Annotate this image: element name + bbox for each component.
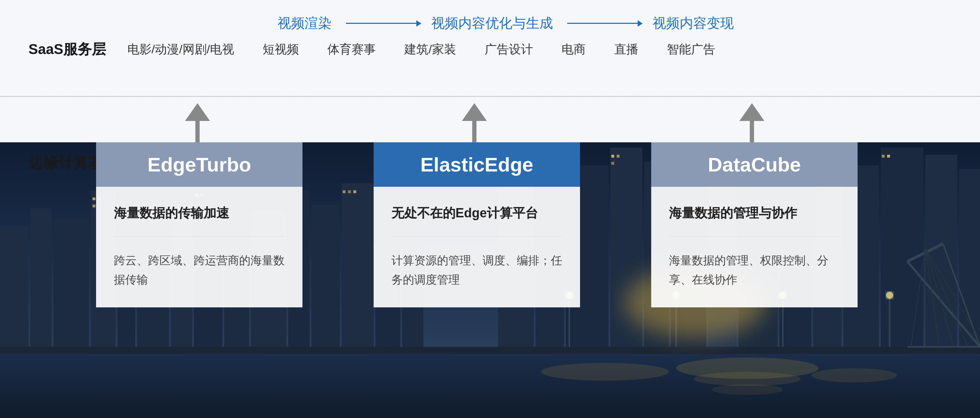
- svg-line-76: [943, 244, 980, 347]
- svg-rect-1: [0, 226, 29, 350]
- card-edgeturbo-body: 海量数据的传输加速 跨云、跨区域、跨运营商的海量数据传输: [96, 187, 302, 307]
- up-arrow-datacube-head: [740, 103, 764, 121]
- saas-layer: 视频渲染 视频内容优化与生成 视频内容变现 SaaS服务层 电影/动漫/网剧/电…: [0, 0, 980, 100]
- svg-rect-66: [0, 347, 980, 354]
- svg-rect-35: [343, 190, 345, 193]
- card-datacube: DataCube 海量数据的管理与协作 海量数据的管理、权限控制、分享、在线协作: [651, 142, 858, 307]
- card-edgeturbo: EdgeTurbo 海量数据的传输加速 跨云、跨区域、跨运营商的海量数据传输: [96, 142, 302, 307]
- svg-rect-3: [53, 219, 89, 350]
- svg-rect-2: [30, 208, 52, 350]
- svg-rect-28: [925, 155, 957, 350]
- card-datacube-subtitle: 海量数据的管理与协作: [669, 205, 840, 222]
- edge-layer: 边缘计算基础设施层 EdgeTurbo 海量数据的传输加速 跨云、跨区域、跨运营…: [0, 96, 980, 418]
- svg-rect-29: [959, 169, 980, 350]
- svg-rect-38: [611, 155, 614, 157]
- card-elasticedge-title: ElasticEdge: [420, 153, 533, 176]
- svg-rect-32: [92, 205, 95, 207]
- svg-rect-36: [348, 190, 351, 193]
- svg-line-83: [925, 247, 968, 347]
- flow-arrow-2: [567, 23, 638, 24]
- svg-point-74: [886, 292, 893, 299]
- svg-point-64: [541, 363, 669, 381]
- card-edgeturbo-divider: [114, 236, 285, 237]
- card-elasticedge: ElasticEdge 无处不在的Edge计算平台 计算资源的管理、调度、编排；…: [374, 142, 580, 307]
- svg-point-65: [811, 368, 897, 382]
- svg-line-81: [925, 247, 939, 347]
- saas-item-7: 智能广告: [667, 41, 715, 58]
- card-datacube-divider: [669, 236, 840, 237]
- card-elasticedge-body: 无处不在的Edge计算平台 计算资源的管理、调度、编排；任务的调度管理: [374, 187, 580, 307]
- flow-label-render: 视频渲染: [278, 14, 332, 32]
- up-arrow-elasticedge-head: [462, 103, 487, 121]
- svg-rect-60: [0, 350, 980, 418]
- card-edgeturbo-desc: 跨云、跨区域、跨运营商的海量数据传输: [114, 251, 285, 289]
- svg-rect-30: [92, 197, 95, 200]
- svg-rect-12: [311, 205, 340, 350]
- svg-point-63: [712, 384, 783, 395]
- svg-rect-40: [611, 162, 614, 165]
- card-datacube-desc: 海量数据的管理、权限控制、分享、在线协作: [669, 251, 840, 289]
- svg-line-84: [925, 247, 980, 340]
- card-datacube-header: DataCube: [651, 142, 858, 187]
- saas-item-0: 电影/动漫/网剧/电视: [127, 41, 234, 58]
- saas-item-3: 建筑/家装: [404, 41, 456, 58]
- saas-items-row: SaaS服务层 电影/动漫/网剧/电视 短视频 体育赛事 建筑/家装 广告设计 …: [29, 40, 951, 59]
- svg-line-77: [907, 244, 943, 261]
- card-edgeturbo-title: EdgeTurbo: [147, 153, 251, 176]
- card-elasticedge-subtitle: 无处不在的Edge计算平台: [391, 205, 562, 222]
- flow-label-monetize: 视频内容变现: [652, 14, 734, 32]
- card-edgeturbo-subtitle: 海量数据的传输加速: [114, 205, 285, 222]
- saas-item-1: 短视频: [262, 41, 299, 58]
- saas-layer-label: SaaS服务层: [29, 40, 106, 59]
- card-elasticedge-desc: 计算资源的管理、调度、编排；任务的调度管理: [391, 251, 562, 289]
- page-container: 视频渲染 视频内容优化与生成 视频内容变现 SaaS服务层 电影/动漫/网剧/电…: [0, 0, 980, 418]
- card-datacube-title: DataCube: [708, 153, 801, 176]
- svg-rect-46: [882, 155, 885, 157]
- flow-label-optimize: 视频内容优化与生成: [431, 14, 553, 32]
- saas-item-6: 直播: [614, 41, 638, 58]
- card-elasticedge-divider: [391, 236, 562, 237]
- svg-rect-39: [617, 155, 619, 157]
- saas-item-5: 电商: [562, 41, 586, 58]
- flow-arrow-1: [346, 23, 417, 24]
- svg-line-79: [911, 247, 925, 347]
- svg-rect-27: [881, 148, 923, 350]
- svg-line-75: [907, 261, 980, 347]
- svg-rect-37: [353, 190, 356, 193]
- svg-rect-47: [887, 155, 890, 157]
- svg-line-82: [925, 247, 954, 347]
- svg-point-61: [676, 358, 818, 379]
- svg-point-62: [694, 372, 801, 386]
- up-arrow-edgeturbo-head: [185, 103, 210, 121]
- svg-rect-13: [342, 183, 374, 350]
- card-elasticedge-header: ElasticEdge: [374, 142, 580, 187]
- flow-arrows-row: 视频渲染 视频内容优化与生成 视频内容变现: [114, 14, 951, 32]
- card-edgeturbo-header: EdgeTurbo: [96, 142, 302, 187]
- saas-item-2: 体育赛事: [328, 41, 376, 58]
- card-datacube-body: 海量数据的管理与协作 海量数据的管理、权限控制、分享、在线协作: [651, 187, 858, 307]
- saas-item-4: 广告设计: [485, 41, 533, 58]
